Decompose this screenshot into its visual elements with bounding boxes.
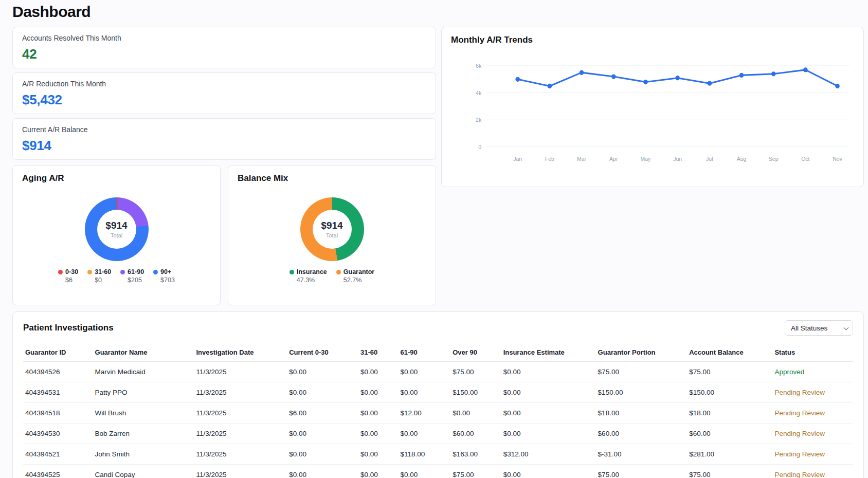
stat-card-ar-reduction: A/R Reduction This Month $5,432 xyxy=(12,72,436,114)
legend-value: 52.7% xyxy=(343,277,374,284)
table-cell: Will Brush xyxy=(93,403,194,424)
aging-ar-legend-item: 61-90$205 xyxy=(120,268,144,284)
balance-mix-card: Balance Mix $914 Total Insurance47.3%Gua… xyxy=(228,165,436,305)
table-cell: $0.00 xyxy=(358,424,398,444)
dashboard-page: Dashboard Accounts Resolved This Month 4… xyxy=(0,0,868,478)
table-cell: $0.00 xyxy=(501,362,596,382)
status-cell: Approved xyxy=(772,362,853,382)
table-row: 404394531Patty PPO11/3/2025$0.00$0.00$0.… xyxy=(23,382,853,403)
table-cell: 404394525 xyxy=(23,465,93,478)
svg-text:Jun: Jun xyxy=(673,155,682,161)
table-cell: $75.00 xyxy=(687,465,772,478)
table-cell: $0.00 xyxy=(287,382,358,403)
legend-value: $205 xyxy=(128,277,144,284)
column-header: Account Balance xyxy=(687,343,772,362)
svg-text:Jan: Jan xyxy=(513,155,522,161)
table-cell: $0.00 xyxy=(287,444,358,465)
balance-mix-donut-center: $914 Total xyxy=(313,210,352,249)
stat-label: Current A/R Balance xyxy=(22,125,426,134)
svg-text:Apr: Apr xyxy=(609,155,618,161)
table-row: 404394526Marvin Medicaid11/3/2025$0.00$0… xyxy=(23,362,853,382)
svg-text:Mar: Mar xyxy=(577,155,586,161)
stat-value: $5,432 xyxy=(22,92,426,108)
legend-dot-icon xyxy=(120,270,125,274)
status-cell: Pending Review xyxy=(772,382,853,403)
status-cell: Pending Review xyxy=(772,403,853,424)
legend-label: 31-60 xyxy=(95,268,111,275)
legend-value: $0 xyxy=(95,277,111,284)
table-cell: 404394518 xyxy=(23,403,93,424)
table-cell: $75.00 xyxy=(450,362,501,382)
aging-ar-title: Aging A/R xyxy=(22,173,211,183)
table-cell: $18.00 xyxy=(596,403,688,424)
table-cell: $75.00 xyxy=(687,362,772,382)
legend-label: Guarantor xyxy=(343,268,374,275)
table-cell: $0.00 xyxy=(287,424,358,444)
table-cell: $0.00 xyxy=(287,465,358,478)
legend-value: $703 xyxy=(160,277,175,284)
table-row: 404394530Bob Zarren11/3/2025$0.00$0.00$0… xyxy=(23,424,853,444)
top-row: Accounts Resolved This Month 42 A/R Redu… xyxy=(12,27,864,305)
legend-value: $6 xyxy=(65,277,78,284)
column-header: 61-90 xyxy=(399,343,451,362)
donut-total-label: Total xyxy=(111,232,122,238)
table-cell: $60.00 xyxy=(450,424,501,444)
table-cell: $118.00 xyxy=(399,444,451,465)
svg-text:2k: 2k xyxy=(476,117,482,123)
patient-investigations-table: Guarantor IDGuarantor NameInvestigation … xyxy=(23,343,853,478)
column-header: Over 90 xyxy=(450,343,501,362)
svg-text:Jul: Jul xyxy=(706,155,713,161)
table-cell: 11/3/2025 xyxy=(194,362,287,382)
status-cell: Pending Review xyxy=(772,424,853,444)
table-cell: $0.00 xyxy=(358,444,398,465)
column-header: Insurance Estimate xyxy=(501,343,596,362)
table-cell: $0.00 xyxy=(399,362,451,382)
table-cell: 11/3/2025 xyxy=(194,444,287,465)
table-cell: 11/3/2025 xyxy=(194,424,287,444)
table-cell: John Smith xyxy=(93,444,194,465)
table-cell: 11/3/2025 xyxy=(194,382,287,403)
table-cell: $0.00 xyxy=(287,362,358,382)
stat-card-current-ar-balance: Current A/R Balance $914 xyxy=(12,118,436,160)
status-filter-select[interactable]: All Statuses xyxy=(785,320,853,336)
legend-label: 0-30 xyxy=(65,268,78,275)
table-cell: $312.00 xyxy=(501,444,596,465)
table-cell: 404394526 xyxy=(23,362,93,382)
table-row: 404394525Candi Copay11/3/2025$0.00$0.00$… xyxy=(23,465,853,478)
balance-mix-legend: Insurance47.3%Guarantor52.7% xyxy=(238,268,426,284)
table-cell: $0.00 xyxy=(358,382,398,403)
column-header: Guarantor Portion xyxy=(596,343,688,362)
table-cell: $0.00 xyxy=(358,403,398,424)
table-cell: $150.00 xyxy=(450,382,501,403)
aging-ar-legend-item: 31-60$0 xyxy=(87,268,111,284)
balance-mix-legend-item: Insurance47.3% xyxy=(290,268,327,284)
table-cell: $0.00 xyxy=(501,382,596,403)
column-header: Status xyxy=(772,343,853,362)
donut-total-value: $914 xyxy=(105,220,127,231)
table-cell: $0.00 xyxy=(450,403,501,424)
balance-mix-title: Balance Mix xyxy=(238,173,426,183)
table-cell: $75.00 xyxy=(596,465,688,478)
patient-investigations-title: Patient Investigations xyxy=(23,323,114,333)
patient-investigations-card: Patient Investigations All Statuses Guar… xyxy=(12,311,864,478)
svg-text:Oct: Oct xyxy=(801,155,809,161)
svg-text:Aug: Aug xyxy=(737,155,747,161)
table-cell: Candi Copay xyxy=(93,465,194,478)
svg-text:Feb: Feb xyxy=(545,155,554,161)
legend-label: 90+ xyxy=(160,268,171,275)
monthly-ar-trends-title: Monthly A/R Trends xyxy=(451,35,854,45)
table-cell: $150.00 xyxy=(687,382,772,403)
table-head-row: Patient Investigations All Statuses xyxy=(23,320,853,336)
status-cell: Pending Review xyxy=(772,465,853,478)
donut-total-value: $914 xyxy=(321,220,342,231)
table-row: 404394521John Smith11/3/2025$0.00$0.00$1… xyxy=(23,444,853,465)
table-cell: $281.00 xyxy=(687,444,772,465)
table-cell: 404394521 xyxy=(23,444,93,465)
table-row: 404394518Will Brush11/3/2025$6.00$0.00$1… xyxy=(23,403,853,424)
aging-ar-card: Aging A/R $914 Total 0-30$631-60$061-90$… xyxy=(12,165,221,305)
legend-dot-icon xyxy=(290,270,294,274)
legend-dot-icon xyxy=(153,270,158,274)
table-cell: 404394531 xyxy=(23,382,93,403)
page-title: Dashboard xyxy=(12,3,864,21)
svg-text:0: 0 xyxy=(478,143,481,150)
